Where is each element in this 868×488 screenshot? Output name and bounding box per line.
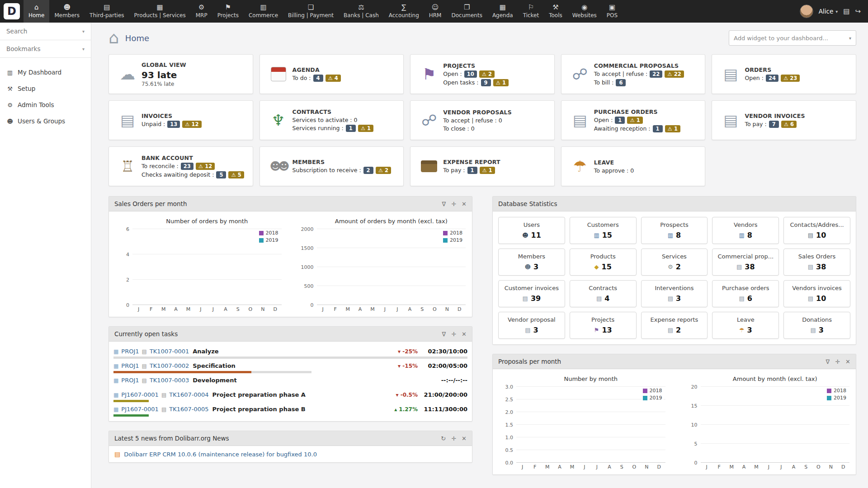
count-badge[interactable]: 24 — [766, 75, 778, 82]
project-link[interactable]: PROJ1 — [121, 348, 139, 355]
widget-members[interactable]: ☻☻MEMBERSSubscription to receive :2⚠ 2 — [259, 146, 404, 186]
warning-badge[interactable]: ⚠ 12 — [182, 121, 201, 128]
user-avatar[interactable] — [800, 5, 813, 18]
widget-expense-report[interactable]: EXPENSE REPORTTo pay :1⚠ 1 — [410, 146, 555, 186]
menu-item-ticket[interactable]: ⚐Ticket — [518, 0, 544, 23]
widget-projects[interactable]: ⚑PROJECTSOpen :10⚠ 2Open tasks :9⚠ 1 — [410, 54, 555, 94]
count-badge[interactable]: 22 — [650, 70, 662, 78]
sidebar-item-my-dashboard[interactable]: ▥My Dashboard — [0, 64, 91, 80]
menu-item-products-services[interactable]: ▦Products | Services — [129, 0, 191, 23]
stat-projects[interactable]: Projects⚑13 — [570, 312, 637, 339]
stat-products[interactable]: Products◆15 — [570, 249, 637, 276]
move-icon[interactable]: ✛ — [451, 331, 456, 338]
task-link[interactable]: TK1607-0004 — [169, 391, 208, 398]
menu-item-billing-payment[interactable]: ❏Billing | Payment — [283, 0, 339, 23]
stat-vendors[interactable]: Vendors▥8 — [712, 217, 779, 244]
logout-icon[interactable]: ↪ — [855, 7, 861, 15]
task-link[interactable]: TK1007-0001 — [150, 348, 189, 355]
menu-item-third-parties[interactable]: ▤Third-parties — [85, 0, 129, 23]
virtualcard-icon[interactable]: ▤ — [843, 7, 849, 15]
widget-purchase-orders[interactable]: ▤PURCHASE ORDERSOpen :1⚠ 1Awaiting recep… — [561, 100, 706, 140]
stat-expense-reports[interactable]: Expense reports▤2 — [641, 312, 708, 339]
stat-vendors-invoices[interactable]: Vendors invoices▤10 — [783, 280, 850, 307]
widget-invoices[interactable]: ▤INVOICESUnpaid :13⚠ 12 — [108, 100, 253, 140]
count-badge[interactable]: 9 — [481, 79, 491, 86]
menu-item-accounting[interactable]: ∑Accounting — [384, 0, 424, 23]
count-badge[interactable]: 1 — [346, 125, 356, 132]
menu-item-projects[interactable]: ⚑Projects — [212, 0, 244, 23]
stat-services[interactable]: Services⚙2 — [641, 249, 708, 276]
menu-item-mrp[interactable]: ⚙MRP — [191, 0, 212, 23]
news-link[interactable]: Dolibarr ERP CRM 10.0.6 (maintenance rel… — [124, 451, 317, 458]
stat-leave[interactable]: Leave☂3 — [712, 312, 779, 339]
stat-donations[interactable]: Donations▤3 — [783, 312, 850, 339]
menu-item-websites[interactable]: ◉Websites — [567, 0, 602, 23]
dolibarr-logo[interactable]: D — [0, 0, 24, 23]
add-widget-select[interactable]: Add widget to your dashboard... ▾ — [729, 30, 856, 46]
menu-item-commerce[interactable]: ▥Commerce — [244, 0, 283, 23]
task-link[interactable]: TK1007-0003 — [150, 377, 189, 384]
menu-item-home[interactable]: ⌂Home — [24, 0, 49, 23]
warning-badge[interactable]: ⚠ 1 — [665, 125, 680, 132]
widget-bank-account[interactable]: ♖BANK ACCOUNTTo reconcile :23⚠ 12Checks … — [108, 146, 253, 186]
bookmarks-dropdown[interactable]: Bookmarks ▾ — [0, 40, 91, 58]
warning-badge[interactable]: ⚠ 22 — [665, 70, 684, 78]
count-badge[interactable]: 7 — [769, 121, 779, 128]
menu-item-tools[interactable]: ⚒Tools — [544, 0, 567, 23]
warning-badge[interactable]: ⚠ 12 — [196, 163, 215, 170]
count-badge[interactable]: 4 — [313, 75, 323, 82]
count-badge[interactable]: 1 — [615, 117, 625, 124]
warning-badge[interactable]: ⚠ 23 — [781, 75, 800, 82]
count-badge[interactable]: 1 — [653, 125, 663, 132]
stat-members[interactable]: Members☻3 — [498, 249, 565, 276]
count-badge[interactable]: 1 — [467, 167, 477, 174]
menu-item-documents[interactable]: ❐Documents — [446, 0, 487, 23]
count-badge[interactable]: 10 — [464, 70, 477, 78]
count-badge[interactable]: 13 — [167, 121, 180, 128]
widget-orders[interactable]: ▤ORDERSOpen :24⚠ 23 — [712, 54, 856, 94]
warning-badge[interactable]: ⚠ 6 — [781, 121, 797, 128]
move-icon[interactable]: ✛ — [451, 435, 456, 442]
warning-badge[interactable]: ⚠ 2 — [376, 167, 391, 174]
close-icon[interactable]: ✕ — [462, 435, 467, 442]
count-badge[interactable]: 6 — [616, 79, 626, 86]
move-icon[interactable]: ✛ — [451, 201, 456, 207]
warning-badge[interactable]: ⚠ 2 — [479, 70, 495, 78]
warning-badge[interactable]: ⚠ 4 — [326, 75, 341, 82]
menu-item-members[interactable]: ☻Members — [49, 0, 85, 23]
stat-prospects[interactable]: Prospects▥8 — [641, 217, 708, 244]
refresh-icon[interactable]: ↻ — [441, 435, 446, 442]
project-link[interactable]: PROJ1 — [121, 377, 139, 384]
stat-purchase-orders[interactable]: Purchase orders▤6 — [712, 280, 779, 307]
filter-icon[interactable]: ∇ — [442, 331, 446, 338]
warning-badge[interactable]: ⚠ 1 — [480, 167, 495, 174]
stat-sales-orders[interactable]: Sales Orders▤38 — [783, 249, 850, 276]
search-dropdown[interactable]: Search ▾ — [0, 23, 91, 40]
stat-commercial-prop[interactable]: Commercial prop...▤38 — [712, 249, 779, 276]
widget-vendor-proposals[interactable]: ☍VENDOR PROPOSALSTo accept | refuse : 0T… — [410, 100, 555, 140]
widget-commercial-proposals[interactable]: ☍COMMERCIAL PROPOSALSTo accept | refuse … — [561, 54, 706, 94]
widget-leave[interactable]: ☂LEAVETo approve : 0 — [561, 146, 706, 186]
close-icon[interactable]: ✕ — [845, 358, 850, 365]
widget-global-view[interactable]: ☁GLOBAL VIEW93 late75.61% late — [108, 54, 253, 94]
menu-item-agenda[interactable]: ▦Agenda — [487, 0, 518, 23]
menu-item-hrm[interactable]: ☺HRM — [424, 0, 447, 23]
count-badge[interactable]: 2 — [363, 167, 373, 174]
count-badge[interactable]: 5 — [216, 171, 226, 178]
warning-badge[interactable]: ⚠ 1 — [358, 125, 373, 132]
stat-vendor-proposal[interactable]: Vendor proposal▤3 — [498, 312, 565, 339]
warning-badge[interactable]: ⚠ 1 — [627, 117, 642, 124]
filter-icon[interactable]: ∇ — [442, 201, 446, 207]
task-link[interactable]: TK1607-0005 — [169, 406, 208, 413]
stat-users[interactable]: Users☻11 — [498, 217, 565, 244]
widget-contracts[interactable]: ♆CONTRACTSServices to activate : 0Servic… — [259, 100, 404, 140]
project-link[interactable]: PJ1607-0001 — [121, 406, 159, 413]
menu-item-banks-cash[interactable]: ⚖Banks | Cash — [339, 0, 384, 23]
sidebar-item-users-groups[interactable]: ☻Users & Groups — [0, 113, 91, 129]
stat-contacts-addres[interactable]: Contacts/Addres...▤10 — [783, 217, 850, 244]
warning-badge[interactable]: ⚠ 5 — [228, 171, 244, 178]
menu-item-pos[interactable]: ▣POS — [602, 0, 623, 23]
count-badge[interactable]: 23 — [181, 163, 193, 170]
task-link[interactable]: TK1007-0002 — [150, 362, 189, 369]
stat-customers[interactable]: Customers▥15 — [570, 217, 637, 244]
